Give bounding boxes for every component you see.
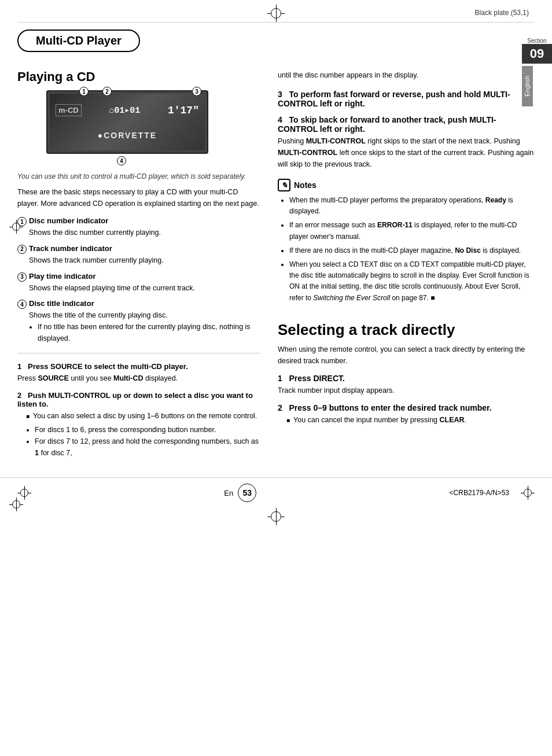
indicator-4-header: 4 Disc title indicator [17,299,260,309]
indicator-4-num: 4 [17,300,27,309]
footer-right-crosshair [521,486,535,500]
indicator-label-2: 2 [102,87,112,96]
selecting-heading: Selecting a track directly [278,321,535,339]
step-2-sq-bullet: You can also select a disc by using 1–6 … [26,410,260,422]
top-divider [17,22,535,23]
indicator-3-title: Play time indicator [29,272,96,281]
two-column-layout: Playing a CD m-CD ⌂01▸01 1'17" ●CORVETTE… [17,58,535,466]
notes-icon: ✎ [278,179,290,191]
top-crosshair [267,5,285,22]
step-2-sq-text: You can also select a disc by using 1–6 … [33,410,257,422]
indicator-4-title: Disc title indicator [29,299,94,308]
step-1-header: 1 Press SOURCE to select the multi-CD pl… [17,362,260,371]
footer-right: <CRB2179-A/N>53 [450,486,535,500]
top-area: Black plate (53,1) [0,0,552,22]
notes-list: When the multi-CD player performs the pr… [289,195,535,304]
note-item-1: When the multi-CD player performs the pr… [289,195,535,217]
indicator-1-desc: Shows the disc number currently playing. [29,227,260,238]
selecting-step-2: 2 Press 0–9 buttons to enter the desired… [278,403,535,426]
right-column: until the disc number appears in the dis… [278,58,535,466]
indicator-3-num: 3 [17,272,27,282]
indicator-1: 1 Disc number indicator Shows the disc n… [17,216,260,238]
indicator-label-4: 4 [117,156,126,165]
selecting-step-2-header: 2 Press 0–9 buttons to enter the desired… [278,403,535,412]
indicator-label-1: 1 [79,87,89,96]
right-step-4: 4 To skip back or forward to another tra… [278,115,535,170]
right-step-4-body: Pushing MULTI-CONTROL right skips to the… [278,135,535,170]
footer-model: <CRB2179-A/N>53 [450,489,509,497]
step-2-bullet-2: For discs 7 to 12, press and hold the co… [35,436,260,459]
footer: En 53 <CRB2179-A/N>53 [0,477,552,508]
right-step-3: 3 To perform fast forward or reverse, pu… [278,90,535,108]
selecting-step-1: 1 Press DIRECT. Track number input displ… [278,374,535,396]
playing-cd-heading: Playing a CD [17,69,260,84]
step-1-body: Press SOURCE until you see Multi-CD disp… [17,373,260,384]
black-plate-label: Black plate (53,1) [475,9,529,17]
footer-center: En 53 [224,484,256,502]
indicator-4-desc: Shows the title of the currently playing… [29,310,260,321]
indicator-2-desc: Shows the track number currently playing… [29,255,260,266]
left-column: Playing a CD m-CD ⌂01▸01 1'17" ●CORVETTE… [17,58,260,466]
note-item-2: If an error message such as ERROR-11 is … [289,220,535,242]
indicator-4-bullet: If no title has been entered for the cur… [38,321,260,344]
selecting-step-2-sq-text: You can cancel the input number by press… [293,414,466,426]
bottom-crosshair [267,508,285,525]
display-time: 1'17" [168,105,199,116]
step-1: 1 Press SOURCE to select the multi-CD pl… [17,362,260,384]
indicator-2-num: 2 [17,245,27,254]
cd-display-image: m-CD ⌂01▸01 1'17" ●CORVETTE 1 2 3 4 [46,90,208,154]
note-item-4: When you select a CD TEXT disc on a CD T… [289,259,535,304]
page-number: 53 [238,484,256,502]
display-mcd-label: m-CD [56,104,82,116]
display-inner: m-CD ⌂01▸01 1'17" ●CORVETTE [50,94,205,150]
footer-en-label: En [224,489,233,497]
indicator-1-num: 1 [17,217,27,226]
note-item-3: If there are no discs in the multi-CD pl… [289,245,535,256]
right-step-3-header: 3 To perform fast forward or reverse, pu… [278,90,535,108]
page-title: Multi-CD Player [17,29,140,52]
indicator-3-desc: Shows the elapsed playing time of the cu… [29,283,260,294]
page-wrapper: Multi-CD Player Playing a CD m-CD ⌂01▸01… [0,22,552,466]
notes-box: ✎ Notes When the multi-CD player perform… [278,179,535,304]
selecting-step-1-header: 1 Press DIRECT. [278,374,535,383]
footer-crosshair [17,486,31,500]
continued-text: until the disc number appears in the dis… [278,69,535,81]
notes-label: Notes [294,180,317,190]
caption-italic: You can use this unit to control a multi… [17,171,260,182]
indicator-2: 2 Track number indicator Shows the track… [17,244,260,266]
display-top-row: m-CD ⌂01▸01 1'17" [56,104,199,116]
display-bottom-row: ●CORVETTE [56,131,199,140]
indicator-2-header: 2 Track number indicator [17,244,260,254]
indicator-4: 4 Disc title indicator Shows the title o… [17,299,260,344]
indicator-2-title: Track number indicator [29,244,112,253]
indicator-label-3: 3 [192,87,201,96]
indicator-3: 3 Play time indicator Shows the elapsed … [17,272,260,294]
step-2-bullet-1: For discs 1 to 6, press the correspondin… [35,424,260,436]
bottom-crosshair-wrapper [0,508,552,531]
step-2-header: 2 Push MULTI-CONTROL up or down to selec… [17,391,260,408]
display-disc-track: ⌂01▸01 [109,105,140,116]
notes-title: ✎ Notes [278,179,535,191]
step-2: 2 Push MULTI-CONTROL up or down to selec… [17,391,260,459]
divider-1 [17,353,260,353]
footer-left [17,486,31,500]
selecting-step-1-body: Track number input display appears. [278,385,535,396]
caption-normal: These are the basic steps necessary to p… [17,186,260,209]
indicator-1-header: 1 Disc number indicator [17,216,260,226]
selecting-step-2-sq: You can cancel the input number by press… [286,414,535,426]
indicator-3-header: 3 Play time indicator [17,272,260,282]
selecting-intro: When using the remote control, you can s… [278,344,535,367]
indicator-1-title: Disc number indicator [29,216,108,225]
right-step-4-header: 4 To skip back or forward to another tra… [278,115,535,134]
